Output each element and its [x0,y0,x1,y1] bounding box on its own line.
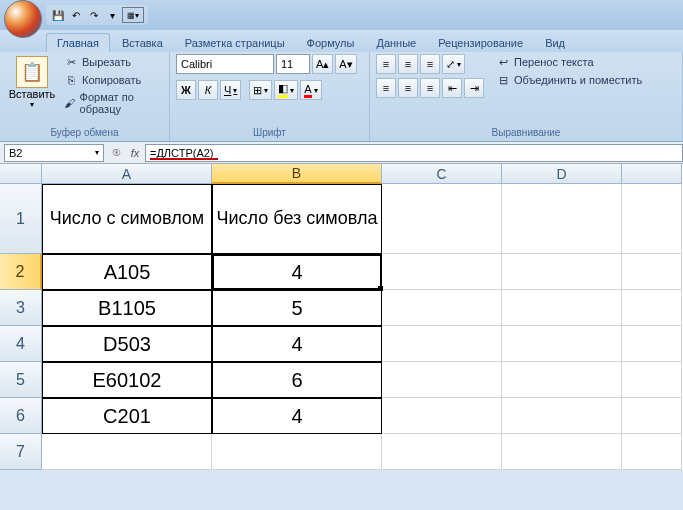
align-middle-button[interactable]: ≡ [398,54,418,74]
copy-button[interactable]: ⎘Копировать [62,72,163,88]
row-header-4[interactable]: 4 [0,326,42,362]
col-header-d[interactable]: D [502,164,622,184]
cell-c5[interactable] [382,362,502,398]
tab-data[interactable]: Данные [366,34,426,52]
font-size-select[interactable] [276,54,310,74]
align-bottom-button[interactable]: ≡ [420,54,440,74]
fill-color-button[interactable]: ◧ [274,80,298,100]
align-top-button[interactable]: ≡ [376,54,396,74]
indent-increase-button[interactable]: ⇥ [464,78,484,98]
cell-a5[interactable]: E60102 [42,362,212,398]
borders-button[interactable]: ⊞ [249,80,272,100]
grid-row-4: 4 D503 4 [0,326,683,362]
cut-button[interactable]: ✂Вырезать [62,54,163,70]
underline-button[interactable]: Ч [220,80,241,100]
tab-insert[interactable]: Вставка [112,34,173,52]
group-font-label: Шрифт [176,126,363,139]
italic-button[interactable]: К [198,80,218,100]
cell-c2[interactable] [382,254,502,290]
bold-button[interactable]: Ж [176,80,196,100]
col-header-c[interactable]: C [382,164,502,184]
cell-e7[interactable] [622,434,682,470]
tab-home[interactable]: Главная [46,33,110,52]
cell-b7[interactable] [212,434,382,470]
name-box[interactable]: B2▾ [4,144,104,162]
fx-icon[interactable]: fx [125,147,145,159]
cell-e2[interactable] [622,254,682,290]
tab-page-layout[interactable]: Разметка страницы [175,34,295,52]
orientation-button[interactable]: ⤢ [442,54,465,74]
row-header-3[interactable]: 3 [0,290,42,326]
row-header-5[interactable]: 5 [0,362,42,398]
cell-e6[interactable] [622,398,682,434]
cell-b6[interactable]: 4 [212,398,382,434]
group-font: A▴ A▾ Ж К Ч ⊞ ◧ A Шрифт [170,52,370,141]
column-headers: A B C D [0,164,683,184]
align-center-button[interactable]: ≡ [398,78,418,98]
format-painter-button[interactable]: 🖌Формат по образцу [62,90,163,116]
undo-icon[interactable]: ↶ [68,7,84,23]
cell-c7[interactable] [382,434,502,470]
cell-d3[interactable] [502,290,622,326]
col-header-b[interactable]: B [212,164,382,184]
cell-a3[interactable]: В1105 [42,290,212,326]
col-header-e[interactable] [622,164,682,184]
row-header-7[interactable]: 7 [0,434,42,470]
cell-d1[interactable] [502,184,622,254]
cell-a2[interactable]: А105 [42,254,212,290]
row-header-2[interactable]: 2 [0,254,42,290]
merge-button[interactable]: ⊟Объединить и поместить [494,72,644,88]
cell-b1[interactable]: Число без симовла [212,184,382,254]
qat-grid-icon[interactable]: ▦▾ [122,7,144,23]
cell-d7[interactable] [502,434,622,470]
merge-icon: ⊟ [496,73,510,87]
cell-c3[interactable] [382,290,502,326]
tab-review[interactable]: Рецензирование [428,34,533,52]
select-all-corner[interactable] [0,164,42,184]
wrap-text-button[interactable]: ↩Перенос текста [494,54,644,70]
name-box-expand-icon[interactable]: ⦿ [108,148,125,158]
cell-d6[interactable] [502,398,622,434]
cell-a6[interactable]: C201 [42,398,212,434]
cell-a4[interactable]: D503 [42,326,212,362]
cell-d2[interactable] [502,254,622,290]
align-left-button[interactable]: ≡ [376,78,396,98]
formula-input[interactable]: =ДЛСТР(A2) [145,144,683,162]
group-alignment-label: Выравнивание [376,126,676,139]
shrink-font-button[interactable]: A▾ [335,54,356,74]
cell-b5[interactable]: 6 [212,362,382,398]
cell-e5[interactable] [622,362,682,398]
cell-e3[interactable] [622,290,682,326]
cell-a7[interactable] [42,434,212,470]
redo-icon[interactable]: ↷ [86,7,102,23]
row-header-6[interactable]: 6 [0,398,42,434]
font-color-icon: A [304,83,311,98]
copy-icon: ⎘ [64,73,78,87]
cell-b2[interactable]: 4 [212,254,382,290]
tab-formulas[interactable]: Формулы [297,34,365,52]
qat-more-icon[interactable]: ▾ [104,7,120,23]
cell-d4[interactable] [502,326,622,362]
grow-font-button[interactable]: A▴ [312,54,333,74]
cell-b3[interactable]: 5 [212,290,382,326]
spreadsheet-grid: A B C D 1 Число с симовлом Число без сим… [0,164,683,470]
tab-view[interactable]: Вид [535,34,575,52]
cell-c1[interactable] [382,184,502,254]
col-header-a[interactable]: A [42,164,212,184]
align-right-button[interactable]: ≡ [420,78,440,98]
cell-c6[interactable] [382,398,502,434]
cell-e4[interactable] [622,326,682,362]
paste-button[interactable]: 📋 Вставить ▾ [6,54,58,111]
cell-a1[interactable]: Число с симовлом [42,184,212,254]
cell-c4[interactable] [382,326,502,362]
row-header-1[interactable]: 1 [0,184,42,254]
save-icon[interactable]: 💾 [50,7,66,23]
cell-e1[interactable] [622,184,682,254]
cell-b4[interactable]: 4 [212,326,382,362]
indent-decrease-button[interactable]: ⇤ [442,78,462,98]
cell-d5[interactable] [502,362,622,398]
font-name-select[interactable] [176,54,274,74]
ribbon: 📋 Вставить ▾ ✂Вырезать ⎘Копировать 🖌Форм… [0,52,683,142]
font-color-button[interactable]: A [300,80,321,100]
office-button[interactable] [4,0,42,38]
